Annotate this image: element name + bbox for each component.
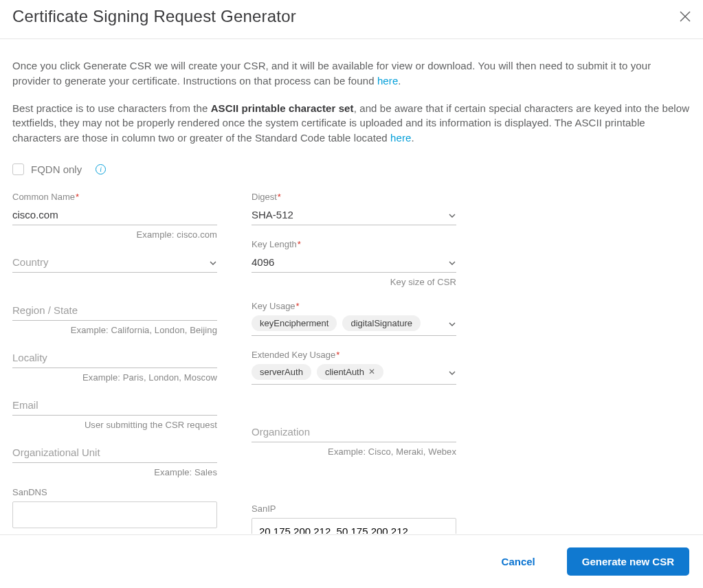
locality-input[interactable] — [12, 349, 217, 368]
common-name-label: Common Name — [12, 192, 217, 202]
tag-label: digitalSignature — [350, 318, 412, 328]
remove-tag-icon[interactable]: ✕ — [368, 367, 375, 376]
page-title: Certificate Signing Request Generator — [12, 7, 296, 26]
digest-value: SHA-512 — [252, 209, 293, 220]
tag-label: keyEncipherment — [260, 318, 328, 328]
intro-paragraph-1: Once you click Generate CSR we will crea… — [12, 58, 691, 89]
ext-key-usage-tag: serverAuth — [252, 364, 311, 380]
key-usage-tag: digitalSignature — [342, 315, 421, 331]
chevron-down-icon — [448, 258, 456, 266]
region-input[interactable] — [12, 302, 217, 321]
ascii-table-link[interactable]: here — [390, 132, 411, 144]
email-input[interactable] — [12, 396, 217, 416]
intro-bold: ASCII printable character set — [211, 102, 354, 114]
intro-paragraph-2: Best practice is to use characters from … — [12, 101, 691, 146]
tag-label: clientAuth — [325, 367, 364, 377]
region-hint: Example: California, London, Beijing — [12, 325, 217, 335]
key-usage-tag: keyEncipherment — [252, 315, 337, 331]
san-dns-label: SanDNS — [12, 487, 217, 497]
common-name-input[interactable] — [12, 206, 217, 225]
cancel-button[interactable]: Cancel — [489, 549, 548, 574]
country-select[interactable]: Country — [12, 253, 217, 273]
chevron-down-icon — [448, 368, 456, 376]
ext-key-usage-tag: clientAuth ✕ — [317, 364, 383, 380]
ext-key-usage-label: Extended Key Usage — [252, 350, 456, 360]
organization-hint: Example: Cisco, Meraki, Webex — [252, 446, 456, 457]
intro-text: Once you click Generate CSR we will crea… — [12, 60, 651, 87]
org-unit-input[interactable] — [12, 444, 217, 463]
intro-text: . — [412, 132, 414, 144]
email-hint: User submitting the CSR request — [12, 420, 217, 430]
key-usage-label: Key Usage — [252, 301, 456, 311]
chevron-down-icon — [209, 258, 217, 266]
key-length-label: Key Length — [252, 239, 456, 249]
san-ip-label: SanIP — [252, 504, 456, 514]
fqdn-only-label: FQDN only — [31, 163, 82, 175]
close-icon[interactable] — [680, 11, 691, 22]
san-ip-input[interactable] — [252, 518, 456, 534]
intro-text: Best practice is to use characters from … — [12, 102, 211, 114]
organization-input[interactable] — [252, 423, 456, 442]
intro-text: . — [398, 75, 401, 87]
key-length-select[interactable]: 4096 — [252, 253, 456, 273]
key-length-hint: Key size of CSR — [252, 277, 456, 287]
country-placeholder: Country — [12, 256, 49, 268]
chevron-down-icon — [448, 319, 456, 327]
fqdn-only-checkbox[interactable] — [12, 163, 24, 175]
org-unit-hint: Example: Sales — [12, 467, 217, 477]
key-usage-select[interactable]: keyEncipherment digitalSignature — [252, 315, 456, 336]
key-length-value: 4096 — [252, 256, 274, 268]
locality-hint: Example: Paris, London, Moscow — [12, 372, 217, 383]
instructions-link[interactable]: here — [377, 75, 398, 87]
digest-label: Digest — [252, 192, 456, 202]
info-icon[interactable]: i — [96, 164, 106, 174]
common-name-hint: Example: cisco.com — [12, 229, 217, 240]
ext-key-usage-select[interactable]: serverAuth clientAuth ✕ — [252, 364, 456, 385]
chevron-down-icon — [448, 210, 456, 218]
san-dns-input[interactable] — [12, 501, 217, 528]
digest-select[interactable]: SHA-512 — [252, 206, 456, 225]
generate-csr-button[interactable]: Generate new CSR — [567, 547, 689, 576]
tag-label: serverAuth — [260, 367, 303, 377]
